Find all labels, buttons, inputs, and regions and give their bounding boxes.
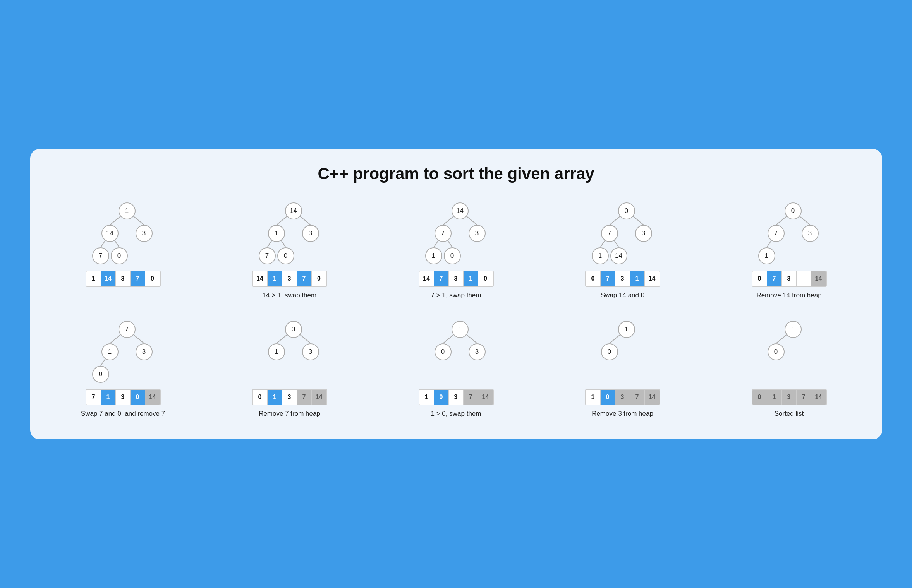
node-n1-diagram-8: 1 <box>452 321 469 338</box>
array-cell-7-2: 1 <box>268 390 282 405</box>
tree-4: 073114 <box>584 199 661 268</box>
array-cell-8-2: 0 <box>434 390 449 405</box>
node-n2-diagram-4: 7 <box>601 225 618 242</box>
array-cell-3-1: 14 <box>419 271 434 286</box>
array-cell-3-3: 3 <box>449 271 464 286</box>
array-cell-10-2: 1 <box>767 390 782 405</box>
array-cell-5-4 <box>797 271 811 286</box>
array-cell-10-4: 7 <box>797 390 811 405</box>
tree-10: 10 <box>751 317 828 387</box>
array-cell-7-1: 0 <box>253 390 268 405</box>
array-bar-1: 114370 <box>86 271 161 287</box>
array-cell-5-5: 14 <box>811 271 826 286</box>
main-card: C++ program to sort the given array 1143… <box>30 149 882 439</box>
array-cell-3-2: 7 <box>434 271 449 286</box>
array-cell-6-4: 0 <box>131 390 145 405</box>
node-n5-diagram-1: 0 <box>111 247 128 264</box>
array-cell-4-1: 0 <box>586 271 601 286</box>
array-bar-3: 147310 <box>419 271 494 287</box>
diagrams-grid: 11437011437014137014137014 > 1, swap the… <box>42 199 871 428</box>
diagram-cell-1: 114370114370 <box>42 199 204 309</box>
node-n2-diagram-10: 0 <box>768 343 785 360</box>
array-bar-2: 141370 <box>252 271 327 287</box>
node-n4-diagram-4: 1 <box>592 247 609 264</box>
diagram-cell-10: 10013714Sorted list <box>708 317 871 428</box>
array-cell-1-3: 3 <box>116 271 131 286</box>
array-cell-7-5: 14 <box>312 390 326 405</box>
array-cell-1-1: 1 <box>86 271 101 286</box>
node-n1-diagram-2: 14 <box>285 202 302 219</box>
array-cell-9-3: 3 <box>615 390 630 405</box>
diagram-cell-2: 14137014137014 > 1, swap them <box>208 199 371 309</box>
array-bar-7: 013714 <box>252 389 327 405</box>
array-cell-3-4: 1 <box>464 271 478 286</box>
array-cell-9-4: 7 <box>630 390 645 405</box>
array-cell-5-3: 3 <box>782 271 797 286</box>
diagram-label-9: Remove 3 from heap <box>592 409 653 428</box>
array-cell-8-4: 7 <box>464 390 478 405</box>
node-n4-diagram-5: 1 <box>758 247 775 264</box>
array-cell-9-2: 0 <box>601 390 615 405</box>
tree-7: 013 <box>251 317 328 387</box>
array-cell-2-4: 7 <box>297 271 312 286</box>
node-n1-diagram-1: 1 <box>119 202 136 219</box>
node-n1-diagram-3: 14 <box>452 202 469 219</box>
tree-3: 147310 <box>417 199 495 268</box>
array-cell-5-2: 7 <box>767 271 782 286</box>
array-cell-6-3: 3 <box>116 390 131 405</box>
array-cell-2-5: 0 <box>312 271 326 286</box>
array-bar-5: 07314 <box>752 271 827 287</box>
node-n2-diagram-9: 0 <box>601 343 618 360</box>
node-n1-diagram-6: 7 <box>119 321 136 338</box>
node-n2-diagram-1: 14 <box>101 225 119 242</box>
array-bar-6: 713014 <box>86 389 161 405</box>
array-bar-9: 103714 <box>585 389 660 405</box>
array-cell-5-1: 0 <box>752 271 767 286</box>
diagram-label-8: 1 > 0, swap them <box>431 409 481 428</box>
array-cell-4-3: 3 <box>615 271 630 286</box>
array-cell-6-2: 1 <box>101 390 116 405</box>
node-n3-diagram-5: 3 <box>802 225 819 242</box>
array-cell-2-1: 14 <box>253 271 268 286</box>
array-cell-10-1: 0 <box>752 390 767 405</box>
node-n4-diagram-2: 7 <box>259 247 276 264</box>
array-cell-4-5: 14 <box>645 271 660 286</box>
diagram-label-10: Sorted list <box>775 409 804 428</box>
array-cell-9-1: 1 <box>586 390 601 405</box>
node-n2-diagram-7: 1 <box>268 343 285 360</box>
array-cell-10-5: 14 <box>811 390 826 405</box>
tree-2: 141370 <box>251 199 328 268</box>
diagram-cell-9: 10103714Remove 3 from heap <box>541 317 704 428</box>
array-cell-9-5: 14 <box>645 390 660 405</box>
node-n5-diagram-3: 0 <box>444 247 461 264</box>
diagram-label-5: Remove 14 from heap <box>756 291 821 309</box>
node-n1-diagram-4: 0 <box>618 202 635 219</box>
tree-6: 7130 <box>84 317 162 387</box>
tree-5: 0731 <box>751 199 828 268</box>
diagram-cell-5: 073107314Remove 14 from heap <box>708 199 871 309</box>
array-cell-8-5: 14 <box>478 390 493 405</box>
array-cell-7-3: 3 <box>282 390 297 405</box>
node-n3-diagram-7: 3 <box>302 343 319 360</box>
tree-9: 10 <box>584 317 661 387</box>
diagram-cell-4: 073114073114Swap 14 and 0 <box>541 199 704 309</box>
array-cell-8-1: 1 <box>419 390 434 405</box>
array-cell-6-1: 7 <box>86 390 101 405</box>
node-n1-diagram-9: 1 <box>618 321 635 338</box>
node-n5-diagram-4: 14 <box>610 247 627 264</box>
node-n2-diagram-8: 0 <box>435 343 452 360</box>
node-n1-diagram-7: 0 <box>285 321 302 338</box>
array-cell-1-4: 7 <box>131 271 145 286</box>
array-cell-1-2: 14 <box>101 271 116 286</box>
diagram-label-3: 7 > 1, swap them <box>431 291 481 309</box>
diagram-label-6: Swap 7 and 0, and remove 7 <box>81 409 165 428</box>
node-n3-diagram-6: 3 <box>136 343 153 360</box>
array-bar-8: 103714 <box>419 389 494 405</box>
array-bar-4: 073114 <box>585 271 660 287</box>
node-n5-diagram-2: 0 <box>277 247 294 264</box>
array-cell-3-5: 0 <box>478 271 493 286</box>
diagram-cell-7: 013013714Remove 7 from heap <box>208 317 371 428</box>
array-cell-8-3: 3 <box>449 390 464 405</box>
node-n4-diagram-6: 0 <box>92 366 109 383</box>
diagram-label-2: 14 > 1, swap them <box>263 291 316 309</box>
